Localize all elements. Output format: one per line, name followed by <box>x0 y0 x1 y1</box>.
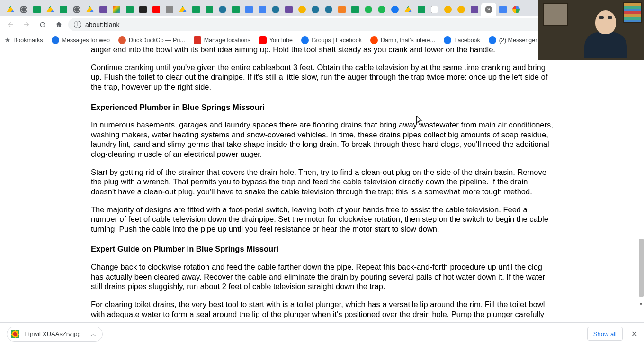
tab[interactable] <box>83 3 97 16</box>
scroll-down-icon[interactable]: ▾ <box>638 301 643 306</box>
facebook-icon <box>444 36 451 44</box>
bookmark-label: Damn, that's intere... <box>381 37 435 44</box>
tab[interactable] <box>415 3 428 16</box>
messages-icon <box>52 36 59 44</box>
downloads-bar: EtjnviLXUAAsZrv.jpg ︿ Show all ✕ <box>0 322 644 345</box>
tab[interactable] <box>203 3 216 16</box>
close-icon[interactable]: ✕ <box>631 329 637 338</box>
bookmark-item[interactable]: DuckDuckGo — Pri... <box>118 36 185 44</box>
arrow-left-icon <box>7 21 14 28</box>
bookmark-label: Facebook <box>454 37 480 44</box>
tab[interactable] <box>57 3 70 16</box>
paragraph: The majority of designs are fitted with … <box>91 205 553 234</box>
tab[interactable] <box>295 3 309 16</box>
back-button[interactable] <box>4 18 17 31</box>
tab[interactable] <box>150 3 163 16</box>
paragraph: auger end into the bowl with its bent id… <box>91 47 553 54</box>
facebook-icon <box>489 36 496 44</box>
site-info-icon[interactable]: i <box>74 21 81 28</box>
bookmark-label: YouTube <box>269 37 293 44</box>
paragraph: For clearing toilet drains, the very bes… <box>91 300 553 318</box>
bookmark-label: Groups | Facebook <box>312 37 362 44</box>
bookmark-item[interactable]: Facebook <box>444 36 480 44</box>
tab[interactable] <box>496 3 510 16</box>
tab[interactable] <box>269 3 282 16</box>
tab[interactable] <box>4 3 17 16</box>
bookmark-item[interactable]: Groups | Facebook <box>301 36 362 44</box>
tab[interactable] <box>97 3 110 16</box>
bookmark-item[interactable]: Messages for web <box>52 36 110 44</box>
tab[interactable] <box>229 3 242 16</box>
arrow-right-icon <box>23 21 30 28</box>
tab[interactable] <box>123 3 136 16</box>
tab[interactable] <box>136 3 150 16</box>
scrollbar-thumb[interactable] <box>639 239 644 297</box>
facebook-icon <box>301 36 309 44</box>
bookmark-item[interactable]: YouTube <box>259 36 293 44</box>
chevron-up-icon[interactable]: ︿ <box>90 330 97 338</box>
page-viewport: auger end into the bowl with its bent id… <box>0 47 644 318</box>
tab-active[interactable]: ✕ <box>481 3 496 16</box>
tab[interactable] <box>176 3 189 16</box>
webcam-overlay <box>538 0 644 60</box>
tab[interactable] <box>163 3 176 16</box>
tab[interactable] <box>256 3 269 16</box>
home-icon <box>55 21 63 28</box>
tab[interactable] <box>189 3 203 16</box>
tab[interactable] <box>282 3 295 16</box>
show-all-button[interactable]: Show all <box>587 327 623 341</box>
forward-button[interactable] <box>20 18 33 31</box>
download-item[interactable]: EtjnviLXUAAsZrv.jpg ︿ <box>7 327 103 342</box>
heading: Experienced Plumber in Blue Springs Miss… <box>91 102 553 112</box>
paragraph: In numerous basements, garages and laund… <box>91 120 553 159</box>
tab[interactable] <box>388 3 402 16</box>
wall-art-icon <box>543 3 568 26</box>
location-icon <box>194 36 201 44</box>
tab[interactable] <box>17 3 30 16</box>
tab[interactable] <box>402 3 415 16</box>
tab[interactable] <box>362 3 375 16</box>
bookmark-item[interactable]: Damn, that's intere... <box>370 36 435 44</box>
file-icon <box>11 330 19 338</box>
bookmark-label: Manage locations <box>204 37 250 44</box>
tab[interactable] <box>309 3 322 16</box>
tab[interactable] <box>44 3 57 16</box>
bookmark-label: Bookmarks <box>13 37 43 44</box>
url-text: about:blank <box>85 21 119 28</box>
tab[interactable] <box>216 3 229 16</box>
tab[interactable] <box>30 3 44 16</box>
tab[interactable] <box>375 3 388 16</box>
article-body: auger end into the bowl with its bent id… <box>0 47 644 318</box>
vertical-scrollbar[interactable]: ▾ <box>637 47 644 313</box>
tab[interactable] <box>335 3 349 16</box>
webcam-person <box>584 10 627 58</box>
bookmark-label: Messages for web <box>62 37 110 44</box>
tab[interactable] <box>322 3 335 16</box>
reddit-icon <box>370 36 378 44</box>
bookmark-item[interactable]: ★ Bookmarks <box>5 36 43 44</box>
tab[interactable] <box>70 3 83 16</box>
reload-icon <box>39 21 46 28</box>
tab[interactable] <box>455 3 468 16</box>
tab[interactable] <box>510 3 523 16</box>
download-filename: EtjnviLXUAAsZrv.jpg <box>24 330 81 337</box>
paragraph: Continue cranking until you've given the… <box>91 63 553 92</box>
tab[interactable] <box>349 3 362 16</box>
close-icon[interactable]: ✕ <box>485 6 492 13</box>
address-bar[interactable]: i about:blank ☆ ✎ <box>68 18 592 31</box>
tab[interactable] <box>242 3 256 16</box>
reload-button[interactable] <box>36 18 49 31</box>
tab[interactable] <box>110 3 123 16</box>
tab[interactable] <box>441 3 455 16</box>
duckduckgo-icon <box>118 36 126 44</box>
youtube-icon <box>259 36 267 44</box>
tab[interactable] <box>428 3 441 16</box>
paragraph: Start by getting rid of the strainer tha… <box>91 167 553 197</box>
tab[interactable] <box>468 3 481 16</box>
bookmark-item[interactable]: Manage locations <box>194 36 250 44</box>
paragraph: Change back to clockwise rotation and fe… <box>91 262 553 291</box>
star-icon: ★ <box>5 36 10 44</box>
bookmark-label: DuckDuckGo — Pri... <box>129 37 185 44</box>
heading: Expert Guide on Plumber in Blue Springs … <box>91 244 553 254</box>
home-button[interactable] <box>52 18 65 31</box>
